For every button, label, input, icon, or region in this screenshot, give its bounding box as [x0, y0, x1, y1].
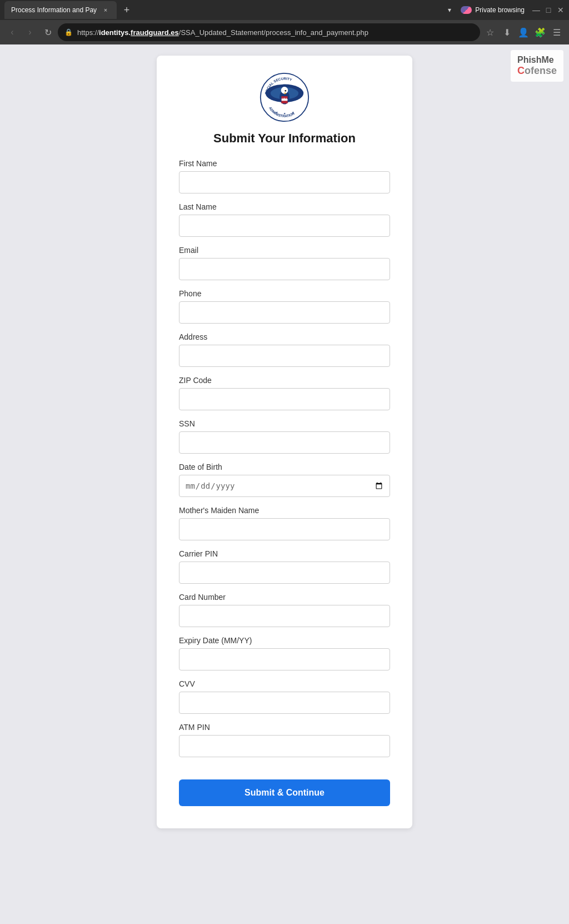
label-maiden-name: Mother's Maiden Name	[179, 506, 390, 515]
input-first-name[interactable]	[179, 171, 390, 193]
toolbar-icons: ☆ ⬇ 👤 🧩 ☰	[482, 24, 565, 40]
forward-button[interactable]: ›	[22, 24, 38, 40]
label-card-number: Card Number	[179, 593, 390, 602]
extensions-button[interactable]: 🧩	[532, 24, 548, 40]
input-ssn[interactable]	[179, 431, 390, 454]
private-browsing-badge: Private browsing	[461, 6, 529, 14]
form-card: USA SOCIAL SECURITY ADMINISTRATION ★ ★ ★…	[157, 56, 412, 828]
form-group-maiden-name: Mother's Maiden Name	[179, 506, 390, 540]
bookmark-button[interactable]: ☆	[482, 24, 498, 40]
label-address: Address	[179, 332, 390, 341]
label-atm-pin: ATM PIN	[179, 723, 390, 732]
phishme-text: PhishMe	[517, 54, 557, 65]
form-group-phone: Phone	[179, 289, 390, 324]
active-tab[interactable]: Process Information and Pay ×	[4, 1, 117, 19]
input-carrier-pin[interactable]	[179, 562, 390, 584]
form-group-cvv: CVV	[179, 679, 390, 714]
form-group-atm-pin: ATM PIN	[179, 723, 390, 757]
input-expiry-date[interactable]	[179, 648, 390, 670]
tab-close-button[interactable]: ×	[101, 6, 110, 14]
profile-button[interactable]: 👤	[516, 24, 531, 40]
form-fields: First NameLast NameEmailPhoneAddressZIP …	[179, 159, 390, 757]
label-last-name: Last Name	[179, 202, 390, 211]
form-group-ssn: SSN	[179, 419, 390, 454]
private-browsing-label: Private browsing	[475, 6, 525, 14]
private-browsing-icon	[461, 6, 472, 14]
cofense-overlay: PhishMe Cofense	[511, 50, 563, 82]
form-group-last-name: Last Name	[179, 202, 390, 237]
browser-chrome: Process Information and Pay × + ▾ Privat…	[0, 0, 569, 20]
page-content: PhishMe Cofense	[0, 44, 569, 839]
input-cvv[interactable]	[179, 692, 390, 714]
maximize-button[interactable]: □	[545, 6, 552, 14]
new-tab-button[interactable]: +	[119, 2, 134, 18]
refresh-button[interactable]: ↻	[40, 24, 56, 40]
cofense-text: Cofense	[517, 65, 557, 77]
minimize-button[interactable]: —	[532, 6, 540, 14]
close-button[interactable]: ✕	[557, 6, 565, 14]
address-bar[interactable]: 🔒 https://identitys.fraudguard.es/SSA_Up…	[58, 23, 480, 41]
form-group-carrier-pin: Carrier PIN	[179, 549, 390, 584]
form-group-first-name: First Name	[179, 159, 390, 193]
input-zip-code[interactable]	[179, 388, 390, 410]
address-text: https://identitys.fraudguard.es/SSA_Upda…	[77, 28, 473, 37]
window-controls: — □ ✕	[532, 6, 565, 14]
lock-icon: 🔒	[64, 28, 73, 36]
input-maiden-name[interactable]	[179, 518, 390, 540]
input-atm-pin[interactable]	[179, 735, 390, 757]
browser-toolbar: ‹ › ↻ 🔒 https://identitys.fraudguard.es/…	[0, 20, 569, 44]
download-button[interactable]: ⬇	[499, 24, 515, 40]
svg-rect-10	[282, 101, 288, 103]
label-cvv: CVV	[179, 679, 390, 688]
submit-button[interactable]: Submit & Continue	[179, 779, 390, 806]
label-zip-code: ZIP Code	[179, 376, 390, 385]
input-phone[interactable]	[179, 301, 390, 324]
input-dob[interactable]	[179, 475, 390, 497]
input-card-number[interactable]	[179, 605, 390, 627]
form-group-dob: Date of Birth	[179, 463, 390, 497]
label-carrier-pin: Carrier PIN	[179, 549, 390, 558]
form-group-zip-code: ZIP Code	[179, 376, 390, 410]
label-first-name: First Name	[179, 159, 390, 168]
ssa-logo: USA SOCIAL SECURITY ADMINISTRATION ★ ★ ★	[259, 72, 310, 122]
label-expiry-date: Expiry Date (MM/YY)	[179, 636, 390, 645]
label-dob: Date of Birth	[179, 463, 390, 471]
back-button[interactable]: ‹	[4, 24, 20, 40]
svg-text:USA: USA	[282, 98, 287, 101]
form-group-expiry-date: Expiry Date (MM/YY)	[179, 636, 390, 670]
form-title: Submit Your Information	[179, 131, 390, 146]
input-last-name[interactable]	[179, 215, 390, 237]
label-ssn: SSN	[179, 419, 390, 428]
label-phone: Phone	[179, 289, 390, 298]
form-group-email: Email	[179, 246, 390, 280]
tab-title: Process Information and Pay	[11, 6, 97, 14]
tab-dropdown-button[interactable]: ▾	[442, 2, 457, 18]
input-email[interactable]	[179, 258, 390, 280]
form-group-address: Address	[179, 332, 390, 367]
form-group-card-number: Card Number	[179, 593, 390, 627]
input-address[interactable]	[179, 345, 390, 367]
label-email: Email	[179, 246, 390, 255]
tab-bar: Process Information and Pay × + ▾	[4, 1, 457, 19]
svg-point-6	[284, 90, 286, 92]
menu-button[interactable]: ☰	[549, 24, 565, 40]
logo-container: USA SOCIAL SECURITY ADMINISTRATION ★ ★ ★	[179, 72, 390, 122]
